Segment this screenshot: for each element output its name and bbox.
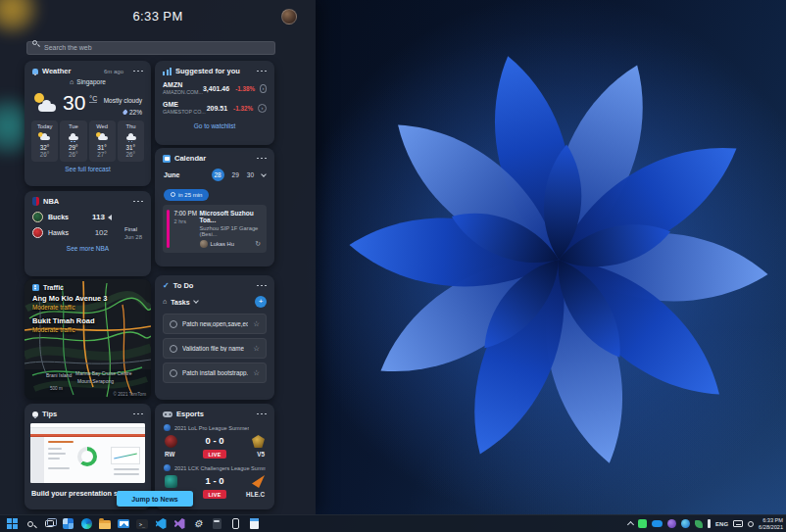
taskbar-clock[interactable]: 6:33 PM 6/28/2021 [759, 517, 783, 531]
tray-app-icon[interactable] [638, 519, 647, 528]
forecast-day[interactable]: Today 32° 26° [31, 121, 58, 162]
jump-to-news-button[interactable]: Jump to News [117, 491, 193, 507]
see-more-nba-link[interactable]: See more NBA [25, 245, 151, 252]
add-task-button[interactable]: + [255, 296, 267, 308]
current-temp: 30 [63, 93, 85, 113]
notepad-icon[interactable] [248, 518, 260, 530]
mini-line-chart [111, 447, 140, 464]
terminal-icon[interactable]: >_ [136, 518, 148, 530]
pen-icon[interactable] [708, 519, 711, 528]
tray-app-icon[interactable] [695, 520, 703, 528]
stocks-widget[interactable]: Suggested for you AMZN AMAZON.COM... 3,4… [155, 61, 274, 145]
settings-icon[interactable]: ⚙ [192, 518, 204, 530]
desktop: 6:33 PM Weather 6m ago ⌂ Singapore 30 °C [0, 0, 786, 532]
more-options-icon[interactable] [132, 412, 143, 415]
traffic-widget[interactable]: Traffic Ang Mo Kio Avenue 3 Moderate tra… [25, 279, 151, 400]
more-options-icon[interactable] [256, 70, 267, 73]
task-checkbox[interactable] [170, 320, 177, 328]
forecast-day[interactable]: Wed 31° 27° [89, 121, 116, 162]
more-options-icon[interactable] [256, 157, 267, 160]
stock-row[interactable]: GME GAMESTOP CO... 209.51 -1.32% › [155, 98, 274, 118]
calendar-date-selected[interactable]: 28 [212, 169, 224, 181]
forecast-day[interactable]: Thu 31° 26° [118, 121, 144, 162]
more-options-icon[interactable] [132, 200, 143, 203]
temp-unit-toggle[interactable]: °C [89, 95, 97, 103]
league-logo-icon [164, 424, 171, 431]
watchlist-add-icon[interactable]: › [260, 84, 267, 93]
forecast-day[interactable]: Tue 29° 26° [60, 121, 86, 162]
map-scale: 500 m [50, 386, 63, 391]
more-options-icon[interactable] [256, 412, 267, 415]
event-title: Microsoft Suzhou Toa... [200, 210, 263, 223]
live-badge: LIVE [203, 450, 225, 459]
tray-app-icon[interactable] [667, 519, 676, 528]
watchlist-add-icon[interactable]: › [258, 104, 267, 113]
language-indicator[interactable]: ENG [715, 521, 728, 527]
star-icon[interactable]: ☆ [253, 319, 260, 328]
phone-link-icon[interactable] [229, 518, 241, 530]
map-label: Brani Island [46, 372, 72, 378]
weather-location: Singapore [76, 78, 106, 85]
star-icon[interactable]: ☆ [253, 344, 260, 353]
task-row[interactable]: Patch new,open,save,edi... ☆ [163, 314, 267, 334]
task-checkbox[interactable] [170, 369, 177, 377]
calendar-month: June [164, 171, 179, 178]
todo-widget[interactable]: ✓ To Do ⌂ Tasks + Patch new,open,save,ed… [155, 275, 274, 400]
next-event-pill[interactable]: in 25 min [164, 189, 209, 201]
mail-icon[interactable] [118, 518, 129, 530]
visual-studio-icon[interactable] [173, 518, 185, 530]
live-badge: LIVE [203, 490, 225, 499]
search-icon [32, 40, 37, 45]
attendee-name: Lukas Hu [211, 241, 235, 247]
calendar-widget[interactable]: Calendar June 28 29 30 in 25 min 7:00 [155, 148, 274, 266]
task-list-name[interactable]: Tasks [171, 299, 189, 306]
see-full-forecast-link[interactable]: See full forecast [25, 166, 151, 172]
map-label: Mount Serapong [77, 378, 114, 384]
photos-icon[interactable] [62, 518, 74, 530]
event-time: 7:00 PM [174, 210, 200, 217]
go-to-watchlist-link[interactable]: Go to watchlist [155, 122, 274, 129]
task-row[interactable]: Validation file by name ☆ [163, 338, 267, 359]
calendar-event[interactable]: 7:00 PM 2 hrs Microsoft Suzhou Toa... Su… [163, 205, 267, 253]
calendar-date[interactable]: 30 [247, 171, 254, 178]
onedrive-cloud-icon[interactable] [652, 520, 663, 527]
widgets-panel: 6:33 PM Weather 6m ago ⌂ Singapore 30 °C [0, 0, 316, 514]
stock-row[interactable]: AMZN AMAZON.COM... 3,401.46 -1.38% › [155, 78, 274, 98]
quick-settings-icon[interactable] [748, 521, 754, 527]
home-icon: ⌂ [163, 299, 167, 305]
chevron-down-icon[interactable] [193, 298, 199, 304]
bar-chart-icon [163, 68, 172, 75]
star-icon[interactable]: ☆ [253, 368, 260, 377]
show-hidden-icons-chevron[interactable] [627, 521, 634, 528]
widget-title: To Do [173, 281, 194, 290]
tips-thumbnail [30, 423, 145, 483]
touch-keyboard-icon[interactable] [733, 520, 743, 527]
calculator-icon[interactable] [211, 518, 222, 530]
search-button[interactable] [25, 518, 36, 530]
search-input[interactable] [26, 41, 275, 55]
start-button[interactable] [6, 518, 18, 530]
user-avatar[interactable] [281, 9, 297, 24]
widget-title: Esports [176, 410, 204, 418]
team-row: Bucks 113 [25, 209, 151, 224]
calendar-date[interactable]: 29 [232, 171, 239, 178]
more-options-icon[interactable] [132, 70, 143, 73]
weather-widget[interactable]: Weather 6m ago ⌂ Singapore 30 °C Mostly … [25, 61, 151, 186]
task-row[interactable]: Patch install bootstrapp... ☆ [163, 363, 267, 383]
precip-chance: 22% [129, 109, 142, 116]
match-row[interactable]: 0 - 0 RW LIVE V5 [155, 432, 274, 461]
tray-app-icon[interactable] [681, 519, 690, 528]
event-location: Suzhou SIP 1F Garage (Besi... [200, 225, 263, 237]
sync-icon[interactable]: ↻ [255, 240, 261, 248]
task-checkbox[interactable] [170, 345, 177, 353]
nba-widget[interactable]: NBA Bucks 113 Hawks 102 Final Jun 28 See… [25, 191, 151, 276]
updated-ago: 6m ago [104, 69, 123, 74]
chevron-down-icon[interactable] [261, 171, 267, 177]
game-date: Jun 28 [124, 234, 142, 240]
vscode-icon[interactable] [155, 518, 167, 530]
task-view-button[interactable] [43, 518, 55, 530]
file-explorer-icon[interactable] [99, 518, 111, 530]
more-options-icon[interactable] [256, 284, 267, 287]
edge-icon[interactable] [80, 518, 92, 530]
widget-title: Suggested for you [175, 67, 240, 75]
